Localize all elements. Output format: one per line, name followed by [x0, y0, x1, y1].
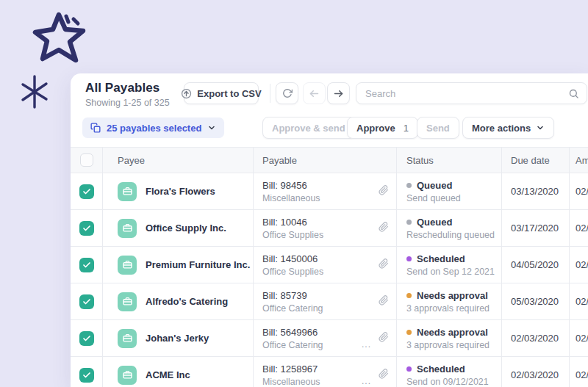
approve-label: Approve	[356, 123, 395, 134]
star-doodle-icon	[28, 7, 94, 73]
row-select-cell	[71, 357, 103, 387]
row-checkbox-checked[interactable]	[79, 331, 94, 346]
attachment-icon[interactable]	[379, 222, 389, 235]
status-dot	[406, 220, 412, 225]
select-all-checkbox[interactable]	[80, 153, 93, 167]
status-label: Scheduled	[417, 253, 465, 264]
status-label: Queued	[417, 217, 452, 228]
approve-and-send-label: Approve & send	[272, 123, 345, 134]
search-icon	[568, 88, 579, 99]
status-cell: Needs approval 3 approvals required	[397, 283, 502, 319]
status-dot	[406, 366, 412, 372]
status-label: Needs approval	[417, 327, 488, 338]
amount-value: 02/	[576, 186, 588, 197]
payee-name: Johan's Jerky	[146, 333, 209, 344]
approve-and-send-button[interactable]: Approve & send	[262, 117, 355, 139]
amount-cell: 02/	[570, 320, 588, 356]
due-date-cell: 02/03/2020	[502, 320, 570, 356]
page-header: All Payables Showing 1-25 of 325	[85, 81, 170, 108]
selected-count-dropdown[interactable]: 25 payables selected	[82, 117, 224, 138]
search-input[interactable]	[365, 88, 568, 99]
export-csv-button[interactable]: Export to CSV	[184, 82, 259, 104]
row-select-cell	[71, 247, 103, 283]
bill-category: Office Supplies	[262, 230, 323, 240]
bill-category: Office Supplies	[262, 267, 323, 277]
vendor-briefcase-icon	[118, 366, 137, 385]
table-header-row: Payee Payable Status Due date Am	[71, 147, 588, 173]
row-checkbox-checked[interactable]	[79, 258, 94, 272]
column-header-due-date[interactable]: Due date	[502, 148, 570, 173]
column-header-payee[interactable]: Payee	[103, 148, 254, 173]
bill-category: Office Catering	[262, 303, 323, 314]
status-cell: Scheduled Send on Sep 12 2021	[397, 247, 502, 283]
check-icon	[82, 261, 91, 270]
status-dot	[406, 256, 412, 261]
bill-number: Bill: 85739	[262, 290, 323, 301]
check-icon	[82, 187, 91, 196]
status-subtext: 3 approvals required	[406, 340, 490, 350]
table-row[interactable]: Johan's Jerky Bill: 5649966 Office Cater…	[71, 320, 588, 357]
payable-cell: Bill: 1450006 Office Supplies	[254, 247, 397, 283]
amount-value: 02/	[576, 259, 588, 270]
check-icon	[82, 297, 91, 306]
next-page-button[interactable]	[327, 82, 350, 104]
payee-name: ACME Inc	[146, 369, 190, 380]
due-date-cell: 03/13/2020	[502, 173, 570, 209]
due-date: 04/05/2020	[511, 259, 559, 270]
payee-cell: ACME Inc	[103, 357, 254, 387]
check-icon	[82, 334, 91, 343]
attachment-icon[interactable]	[379, 369, 389, 382]
status-subtext: Rescheduling queued	[406, 230, 495, 240]
payee-cell: Alfredo's Catering	[103, 283, 254, 319]
status-subtext: 3 approvals required	[406, 303, 490, 314]
amount-cell: 02/	[570, 210, 588, 246]
table-row[interactable]: ACME Inc Bill: 1258967 Miscellaneous ...…	[71, 357, 588, 387]
column-header-amount[interactable]: Am	[570, 148, 588, 173]
due-date: 05/03/2020	[511, 296, 559, 307]
attachment-icon[interactable]	[379, 332, 389, 345]
bill-number: Bill: 5649966	[262, 327, 323, 338]
export-csv-label: Export to CSV	[197, 88, 261, 99]
amount-cell: 02/	[570, 173, 588, 209]
stack-icon	[90, 123, 101, 133]
payables-table: Payee Payable Status Due date Am Flora's…	[71, 147, 588, 387]
column-header-payable[interactable]: Payable	[254, 148, 397, 173]
payee-name: Flora's Flowers	[146, 186, 215, 197]
payee-name: Office Supply Inc.	[146, 223, 226, 234]
bill-category: Miscellaneous	[262, 377, 320, 387]
amount-value: 02/	[576, 296, 588, 307]
more-actions-button[interactable]: More actions	[462, 117, 554, 139]
page-title: All Payables	[85, 81, 170, 95]
attachment-icon[interactable]	[379, 295, 389, 308]
row-select-cell	[71, 283, 103, 319]
amount-cell: 02/	[570, 357, 588, 387]
due-date: 03/17/2020	[511, 223, 559, 234]
payables-page: { "colors": { "accent_indigo": "#4358d8"…	[0, 0, 588, 387]
row-checkbox-checked[interactable]	[79, 294, 94, 309]
refresh-button[interactable]	[276, 82, 298, 104]
payable-cell: Bill: 98456 Miscellaneous	[254, 173, 397, 209]
table-row[interactable]: Flora's Flowers Bill: 98456 Miscellaneou…	[71, 173, 588, 210]
row-checkbox-checked[interactable]	[79, 184, 94, 199]
amount-value: 02/	[576, 333, 588, 344]
status-label: Needs approval	[417, 290, 488, 301]
attachment-icon[interactable]	[379, 185, 389, 198]
vendor-briefcase-icon	[118, 182, 137, 201]
payee-cell: Office Supply Inc.	[103, 210, 254, 246]
send-button[interactable]: Send	[417, 117, 459, 139]
column-header-status[interactable]: Status	[397, 148, 502, 173]
row-checkbox-checked[interactable]	[79, 368, 94, 383]
attachment-icon[interactable]	[379, 258, 389, 272]
table-row[interactable]: Office Supply Inc. Bill: 10046 Office Su…	[71, 210, 588, 247]
bill-category: Miscellaneous	[262, 193, 320, 203]
approve-button[interactable]: Approve 1	[347, 117, 418, 139]
table-body: Flora's Flowers Bill: 98456 Miscellaneou…	[71, 173, 588, 387]
due-date-cell: 05/03/2020	[502, 283, 570, 319]
table-row[interactable]: Premium Furniture Inc. Bill: 1450006 Off…	[71, 247, 588, 283]
table-row[interactable]: Alfredo's Catering Bill: 85739 Office Ca…	[71, 283, 588, 320]
truncation-ellipsis: ...	[362, 376, 371, 386]
row-checkbox-checked[interactable]	[79, 221, 94, 236]
payee-name: Premium Furniture Inc.	[146, 259, 250, 270]
status-cell: Queued Send queued	[397, 173, 502, 209]
previous-page-button[interactable]	[303, 82, 326, 104]
